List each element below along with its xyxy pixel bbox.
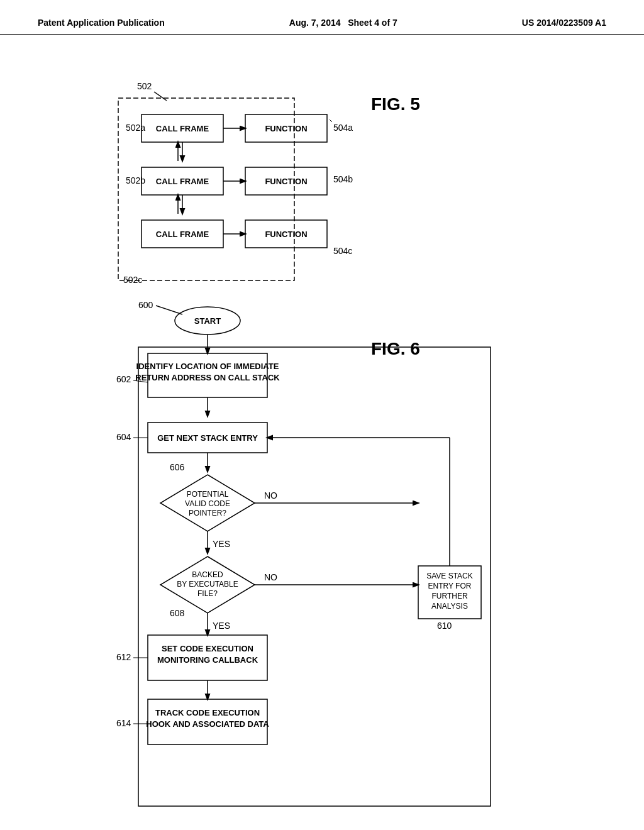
fig5-label: FIG. 5	[371, 94, 420, 114]
callframe-b-text: CALL FRAME	[156, 177, 209, 186]
diagrams-svg: FIG. 5 502 502a CALL FRAME FUNCTION 504a	[0, 38, 644, 830]
callframe-c-text: CALL FRAME	[156, 230, 209, 239]
yes-label-608: YES	[213, 621, 230, 631]
header-right: US 2014/0223509 A1	[522, 18, 606, 28]
ref-504c: 504c	[333, 246, 352, 256]
step-602-text-1: IDENTIFY LOCATION OF IMMEDIATE	[136, 362, 279, 371]
ref-610: 610	[437, 621, 452, 631]
diamond-606-text2: VALID CODE	[185, 499, 230, 508]
diamond-606-text3: POINTER?	[189, 509, 226, 517]
ref-502: 502	[137, 81, 152, 91]
header-left: Patent Application Publication	[38, 18, 165, 28]
ref-606: 606	[170, 462, 185, 472]
diamond-608-text2: BY EXECUTABLE	[177, 580, 238, 589]
ref-608: 608	[170, 608, 185, 618]
ref-604: 604	[116, 432, 131, 442]
ref-502a: 502a	[126, 123, 145, 133]
ref-600: 600	[138, 300, 153, 310]
fig6-label: FIG. 6	[371, 339, 420, 358]
header-center: Aug. 7, 2014 Sheet 4 of 7	[289, 18, 397, 28]
step-612-text2: MONITORING CALLBACK	[157, 655, 258, 665]
step-604-text: GET NEXT STACK ENTRY	[157, 433, 258, 443]
function-a-text: FUNCTION	[265, 124, 307, 133]
diamond-608-text3: FILE?	[197, 589, 218, 598]
step-612-text1: SET CODE EXECUTION	[162, 644, 253, 653]
ref-602: 602	[116, 374, 131, 384]
step-610-text1: SAVE STACK	[426, 572, 473, 580]
page-header: Patent Application Publication Aug. 7, 2…	[0, 0, 644, 35]
callframe-a-text: CALL FRAME	[156, 124, 209, 133]
start-text: START	[194, 316, 221, 326]
step-610-text2: ENTRY FOR	[428, 582, 472, 590]
function-b-text: FUNCTION	[265, 177, 307, 186]
diamond-608-text1: BACKED	[192, 570, 223, 579]
svg-line-2	[156, 306, 182, 314]
ref-502b: 502b	[126, 175, 145, 185]
yes-label-606: YES	[213, 539, 230, 549]
svg-line-0	[154, 92, 167, 101]
step-614-text1: TRACK CODE EXECUTION	[155, 708, 260, 717]
svg-line-1	[330, 119, 332, 122]
function-c-text: FUNCTION	[265, 230, 307, 239]
ref-504b: 504b	[333, 174, 353, 184]
step-610-text4: ANALYSIS	[431, 602, 468, 611]
step-610-text3: FURTHER	[431, 592, 467, 600]
step-602-text-2: RETURN ADDRESS ON CALL STACK	[135, 373, 280, 382]
diagram-area: FIG. 5 502 502a CALL FRAME FUNCTION 504a	[0, 38, 644, 830]
diamond-606-text1: POTENTIAL	[187, 490, 229, 499]
step-614-text2: HOOK AND ASSOCIATED DATA	[146, 719, 269, 729]
ref-614: 614	[116, 718, 131, 728]
ref-502c: 502c	[123, 275, 142, 285]
no-label-608: NO	[264, 572, 277, 582]
no-label-606: NO	[264, 490, 277, 501]
ref-504a: 504a	[333, 123, 353, 133]
ref-612: 612	[116, 652, 131, 662]
page: Patent Application Publication Aug. 7, 2…	[0, 0, 644, 830]
